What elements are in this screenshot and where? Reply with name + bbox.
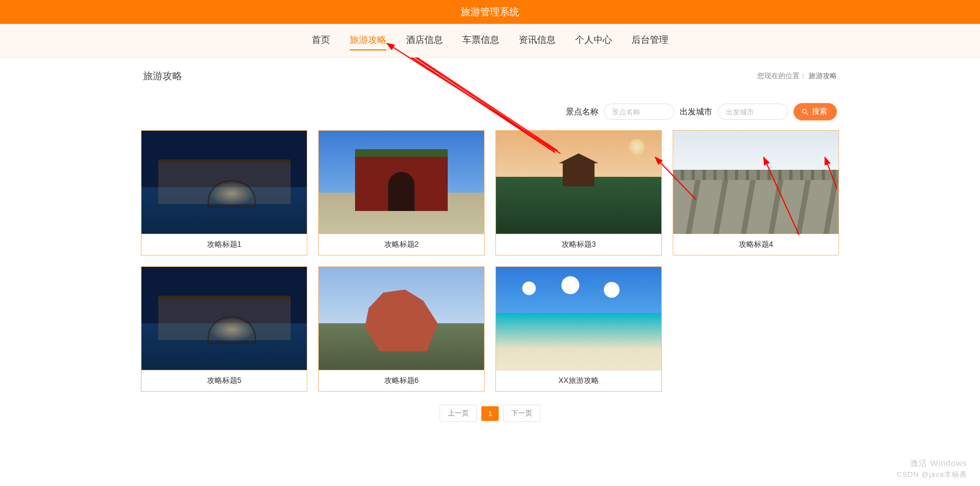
card-grid: 攻略标题1 攻略标题2 攻略标题3 攻略标题4 攻略标题5 攻略标题6 XX旅游… — [141, 130, 839, 392]
pagination: 上一页 1 下一页 — [141, 405, 839, 422]
pager-page-1[interactable]: 1 — [481, 406, 498, 421]
search-button[interactable]: 搜索 — [794, 103, 837, 120]
card-title: 攻略标题5 — [141, 370, 307, 391]
card-thumb — [319, 267, 484, 370]
card-title: 攻略标题6 — [319, 370, 484, 391]
app-title: 旅游管理系统 — [461, 7, 519, 17]
search-button-label: 搜索 — [812, 107, 827, 117]
search-bar: 景点名称 出发城市 搜索 — [141, 87, 839, 130]
card-thumb — [496, 131, 661, 234]
card-title: XX旅游攻略 — [496, 370, 661, 391]
card-thumb — [141, 267, 307, 370]
pager-prev-button[interactable]: 上一页 — [440, 405, 477, 422]
guide-card[interactable]: 攻略标题3 — [495, 130, 662, 255]
search-input-city[interactable] — [718, 104, 788, 120]
search-label-city: 出发城市 — [680, 107, 712, 117]
breadcrumb: 您现在的位置：旅游攻略 — [757, 71, 837, 81]
guide-card[interactable]: 攻略标题6 — [318, 266, 485, 392]
card-title: 攻略标题2 — [319, 234, 484, 255]
card-title: 攻略标题4 — [673, 234, 839, 255]
guide-card[interactable]: 攻略标题2 — [318, 130, 485, 255]
nav-item-tickets[interactable]: 车票信息 — [462, 34, 499, 50]
breadcrumb-value: 旅游攻略 — [809, 72, 837, 80]
search-label-spot: 景点名称 — [566, 107, 598, 117]
page-title: 旅游攻略 — [143, 69, 182, 82]
card-thumb — [496, 267, 661, 370]
svg-line-1 — [806, 113, 808, 115]
search-input-spot[interactable] — [604, 104, 674, 120]
app-header: 旅游管理系统 — [0, 0, 980, 24]
nav-item-home[interactable]: 首页 — [312, 34, 330, 50]
nav-bar: 首页 旅游攻略 酒店信息 车票信息 资讯信息 个人中心 后台管理 — [0, 24, 980, 57]
guide-card[interactable]: 攻略标题4 — [673, 130, 839, 255]
pager-next-button[interactable]: 下一页 — [503, 405, 540, 422]
card-thumb — [319, 131, 484, 234]
card-thumb — [673, 131, 839, 234]
card-title: 攻略标题1 — [141, 234, 307, 255]
guide-card[interactable]: 攻略标题1 — [141, 130, 307, 255]
guide-card[interactable]: 攻略标题5 — [141, 266, 307, 392]
card-thumb — [141, 131, 307, 234]
guide-card[interactable]: XX旅游攻略 — [495, 266, 662, 392]
nav-item-travel-guide[interactable]: 旅游攻略 — [350, 34, 386, 50]
nav-item-admin[interactable]: 后台管理 — [631, 34, 668, 50]
nav-item-hotel[interactable]: 酒店信息 — [406, 34, 443, 50]
nav-item-profile[interactable]: 个人中心 — [575, 34, 612, 50]
breadcrumb-row: 旅游攻略 您现在的位置：旅游攻略 — [141, 62, 839, 87]
nav-item-news[interactable]: 资讯信息 — [519, 34, 556, 50]
main-nav: 首页 旅游攻略 酒店信息 车票信息 资讯信息 个人中心 后台管理 — [0, 24, 980, 57]
breadcrumb-label: 您现在的位置： — [757, 72, 807, 80]
search-icon — [801, 108, 809, 116]
card-title: 攻略标题3 — [496, 234, 661, 255]
svg-point-0 — [802, 109, 806, 113]
